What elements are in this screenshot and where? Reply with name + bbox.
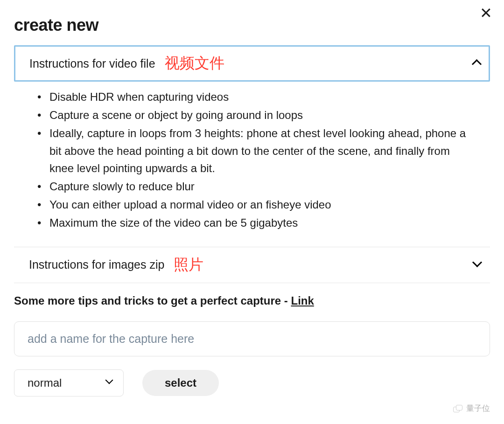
- accordion-video-content: Disable HDR when capturing videos Captur…: [14, 82, 490, 247]
- chevron-up-icon: [473, 57, 480, 70]
- video-instructions-list: Disable HDR when capturing videos Captur…: [28, 88, 476, 232]
- tips-link[interactable]: Link: [291, 294, 314, 307]
- page-title: create new: [14, 15, 490, 35]
- select-button[interactable]: select: [142, 370, 219, 396]
- accordion-images-header[interactable]: Instructions for images zip 照片: [14, 247, 490, 283]
- chevron-down-icon: [474, 259, 481, 271]
- capture-name-input[interactable]: [14, 321, 490, 356]
- close-icon[interactable]: ✕: [480, 6, 492, 21]
- accordion-video-label-wrap: Instructions for video file 视频文件: [29, 53, 224, 74]
- accordion-video-label: Instructions for video file: [29, 57, 155, 70]
- watermark-text: 量子位: [466, 403, 490, 414]
- accordion-images-label-wrap: Instructions for images zip 照片: [29, 255, 203, 275]
- tips-text: Some more tips and tricks to get a perfe…: [14, 294, 490, 307]
- list-item: Maximum the size of the video can be 5 g…: [42, 214, 476, 231]
- controls-row: normal select: [14, 369, 490, 396]
- list-item: Disable HDR when capturing videos: [42, 88, 476, 105]
- list-item: You can either upload a normal video or …: [42, 196, 476, 213]
- accordion-video-section: Instructions for video file 视频文件 Disable…: [14, 45, 490, 247]
- accordion-images-section: Instructions for images zip 照片: [14, 247, 490, 283]
- type-selected-value: normal: [28, 376, 62, 389]
- accordion-images-label: Instructions for images zip: [29, 258, 164, 271]
- watermark: 量子位: [453, 403, 490, 414]
- annotation-video: 视频文件: [165, 53, 224, 74]
- list-item: Ideally, capture in loops from 3 heights…: [42, 125, 476, 177]
- list-item: Capture a scene or object by going aroun…: [42, 106, 476, 124]
- chevron-down-icon: [106, 377, 112, 388]
- wechat-icon: [453, 405, 462, 412]
- accordion-video-header[interactable]: Instructions for video file 视频文件: [14, 45, 490, 82]
- tips-prefix: Some more tips and tricks to get a perfe…: [14, 294, 291, 307]
- list-item: Capture slowly to reduce blur: [42, 178, 476, 195]
- type-select[interactable]: normal: [14, 369, 124, 396]
- annotation-images: 照片: [174, 255, 203, 275]
